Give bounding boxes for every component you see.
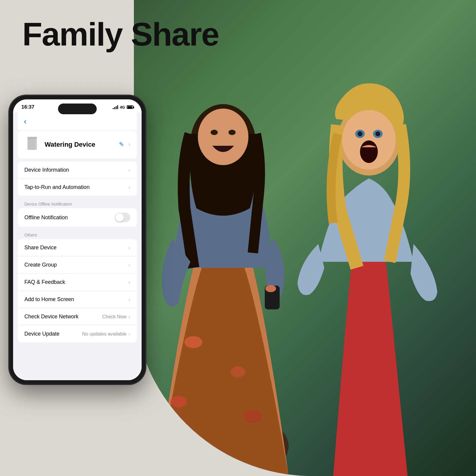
device-left: Watering Device [24,136,95,153]
device-update-right: No updates available › [82,331,130,337]
status-time: 16:37 [21,104,34,110]
menu-item-tap-to-run[interactable]: Tap-to-Run and Automation › [18,179,137,196]
svg-rect-19 [29,139,29,149]
battery-fill [128,106,132,109]
menu-item-check-device-network[interactable]: Check Device Network Check Now › [18,308,137,325]
tap-to-run-right: › [128,184,130,191]
svg-rect-23 [33,139,34,149]
check-device-network-chevron: › [128,313,130,320]
svg-point-2 [231,367,245,377]
signal-bar-2 [114,107,115,109]
check-device-network-value: Check Now [102,314,127,320]
svg-rect-24 [35,139,35,149]
device-information-label: Device Information [24,167,69,173]
status-icons: 4G [113,105,133,109]
create-group-label: Create Group [24,262,57,268]
svg-rect-22 [32,139,33,149]
share-device-right: › [128,244,130,251]
create-group-right: › [128,262,130,268]
add-home-screen-chevron: › [128,296,130,303]
screen-content: ‹ [13,112,142,380]
check-device-network-right: Check Now › [102,313,130,320]
nav-bar[interactable]: ‹ [18,112,137,131]
device-update-value: No updates available [82,331,126,337]
offline-notification-section-label: Device Offline Notification [18,199,137,208]
signal-bar-1 [113,108,114,109]
faq-feedback-right: › [128,279,130,286]
others-card: Share Device › Create Group › [18,239,137,342]
device-icon-container [24,136,40,153]
person2-silhouette [274,60,476,476]
photo-area [134,0,476,476]
phone-screen: 16:37 4G [13,99,142,380]
watering-can-icon [26,137,39,152]
check-device-network-label: Check Device Network [24,314,79,320]
faq-feedback-chevron: › [128,279,130,286]
device-information-chevron: › [128,167,130,173]
status-bar: 16:37 4G [13,99,142,112]
svg-point-6 [198,109,248,165]
back-button[interactable]: ‹ [24,117,26,126]
signal-bars [113,105,118,109]
tap-to-run-chevron: › [128,184,130,191]
svg-rect-25 [27,137,37,139]
device-name: Watering Device [45,141,95,148]
create-group-chevron: › [128,262,130,268]
signal-bar-4 [117,105,118,109]
menu-item-create-group[interactable]: Create Group › [18,256,137,274]
add-home-screen-right: › [128,296,130,303]
battery-icon [127,105,133,109]
phone-wrapper: 16:37 4G [9,95,152,384]
header-chevron: › [128,141,130,148]
svg-point-8 [228,130,236,135]
top-menu-section: Device Information › Tap-to-Run and Auto… [18,162,137,196]
edit-icon[interactable]: ✎ [119,141,124,148]
svg-point-3 [170,396,187,407]
svg-point-16 [358,131,362,136]
dynamic-island [58,104,97,114]
svg-point-7 [211,130,218,135]
device-header: Watering Device ✎ › [18,131,137,159]
others-section: Others Share Device › Create Group › [18,230,137,342]
offline-notification-toggle[interactable] [115,213,130,222]
svg-rect-20 [30,139,30,149]
faq-feedback-label: FAQ & Feedback [24,279,65,285]
svg-rect-21 [31,139,32,149]
add-home-screen-label: Add to Home Screen [24,296,74,303]
device-update-label: Device Update [24,331,60,337]
photo-arch [134,0,476,476]
device-actions: ✎ › [119,141,130,148]
menu-item-add-home-screen[interactable]: Add to Home Screen › [18,291,137,308]
offline-notification-card: Offline Notification [18,208,137,227]
svg-point-13 [360,140,378,163]
device-information-right: › [128,167,130,173]
device-update-chevron: › [128,331,130,337]
offline-notification-section: Device Offline Notification Offline Noti… [18,199,137,227]
offline-notification-toggle-row[interactable]: Offline Notification [18,208,137,227]
svg-point-17 [375,131,380,136]
svg-point-4 [243,410,262,423]
phone: 16:37 4G [9,95,146,384]
tap-to-run-label: Tap-to-Run and Automation [24,184,90,190]
page-title: Family Share [22,18,219,51]
others-section-label: Others [18,230,137,239]
network-type: 4G [120,105,125,109]
offline-notification-label: Offline Notification [24,214,68,221]
menu-item-device-update[interactable]: Device Update No updates available › [18,325,137,342]
status-bar-content: 16:37 4G [13,99,142,112]
menu-item-share-device[interactable]: Share Device › [18,239,137,256]
menu-item-device-information[interactable]: Device Information › [18,162,137,179]
signal-bar-3 [116,106,117,109]
share-device-chevron: › [128,244,130,251]
menu-item-faq-feedback[interactable]: FAQ & Feedback › [18,274,137,291]
share-device-label: Share Device [24,245,57,251]
svg-point-1 [184,336,202,348]
toggle-knob [115,213,124,222]
